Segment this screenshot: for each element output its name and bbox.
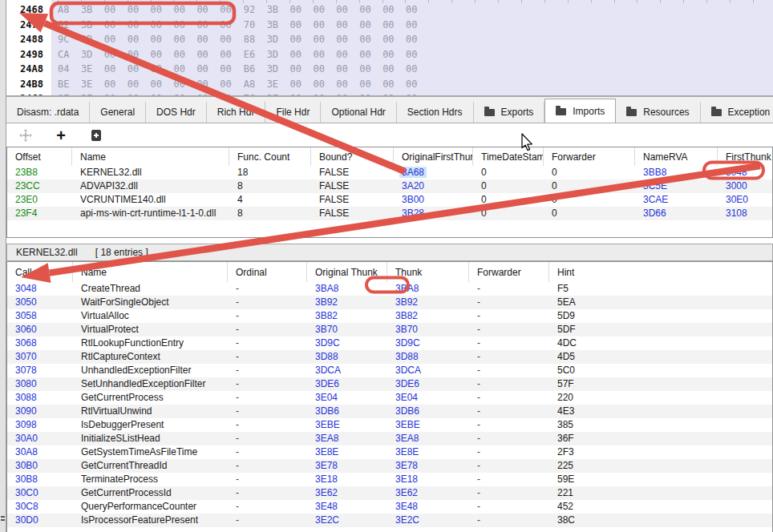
tab-optional-hdr[interactable]: Optional Hdr xyxy=(321,102,396,123)
tab-resources[interactable]: Resources xyxy=(616,102,700,123)
table-row[interactable]: 3098IsDebuggerPresent-3EBE3EBE-385 xyxy=(7,418,772,432)
thunk: 3B70 xyxy=(387,323,469,337)
tab-section-hdrs[interactable]: Section Hdrs xyxy=(397,102,474,123)
table-row[interactable]: 23B8KERNEL32.dll18FALSE3A68003BB83048 xyxy=(7,166,772,179)
hex-address: 2478 xyxy=(6,18,51,33)
imports-table-header: OffsetNameFunc. CountBound?OriginalFirst… xyxy=(7,147,772,166)
table-row[interactable]: 30C8QueryPerformanceCounter-3E483E48-452 xyxy=(7,500,772,514)
table-row[interactable]: 3060VirtualProtect-3B703B70-5DF xyxy=(7,323,772,337)
ordinal: - xyxy=(228,282,307,296)
table-row[interactable]: 30D0IsProcessorFeaturePresent-3E2C3E2C-3… xyxy=(7,514,772,527)
tab-exports[interactable]: Exports xyxy=(474,102,545,123)
thunk: 3BA8 xyxy=(387,282,469,296)
table-row[interactable]: 23F4api-ms-win-crt-runtime-l1-1-0.dll8FA… xyxy=(7,207,772,220)
tab-imports[interactable]: Imports xyxy=(544,99,616,123)
name: VCRUNTIME140.dll xyxy=(72,193,229,207)
call_via: 30B8 xyxy=(7,473,73,486)
tab-general[interactable]: General xyxy=(90,102,146,123)
ordinal: - xyxy=(228,296,307,309)
hex-row[interactable]: 24889C 3D 00 00 00 00 00 0088 3D 00 00 0… xyxy=(6,32,773,47)
name: IsProcessorFeaturePresent xyxy=(73,514,228,527)
func_count: 4 xyxy=(229,193,311,207)
move-icon[interactable] xyxy=(18,127,34,143)
name: InitializeSListHead xyxy=(73,432,228,445)
table-row[interactable]: 3078UnhandledExceptionFilter-3DCA3DCA-5C… xyxy=(7,364,772,377)
table-row[interactable]: 30B8TerminateProcess-3E183E18-59E xyxy=(7,473,772,486)
tab-rich-hdr[interactable]: Rich Hdr xyxy=(207,102,266,123)
original_thunk: 3E8E xyxy=(307,445,387,459)
column-header-name_rva: NameRVA xyxy=(635,147,718,166)
name: QueryPerformanceCounter xyxy=(73,500,228,514)
name_rva: 3D66 xyxy=(635,207,718,220)
main-content: 2468A8 3B 00 00 00 00 00 0092 3B 00 00 0… xyxy=(6,0,773,532)
hint: 38C xyxy=(549,514,772,527)
ordinal: - xyxy=(228,418,307,432)
table-row[interactable]: 30A8GetSystemTimeAsFileTime-3E8E3E8E-2F3 xyxy=(7,445,772,459)
table-row[interactable]: 30C0GetCurrentProcessId-3E623E62-221 xyxy=(7,486,772,500)
column-header-bound: Bound? xyxy=(311,147,394,166)
table-row[interactable]: 3050WaitForSingleObject-3B923B92-5EA xyxy=(7,296,772,309)
imports-table: OffsetNameFunc. CountBound?OriginalFirst… xyxy=(6,147,773,238)
call_via: 30D0 xyxy=(7,514,73,527)
tab-label: Optional Hdr xyxy=(331,107,385,118)
tab-disasm-rdata[interactable]: Disasm: .rdata xyxy=(6,102,90,123)
folder-icon xyxy=(556,108,566,115)
table-row[interactable]: 3088GetCurrentProcess-3E043E04-220 xyxy=(7,391,772,405)
imports-table-body: 23B8KERNEL32.dll18FALSE3A68003BB8304823C… xyxy=(7,166,772,220)
add-entry-icon[interactable] xyxy=(88,127,104,143)
add-icon[interactable]: + xyxy=(53,127,69,143)
functions-table-header: Call viaNameOrdinalOriginal ThunkThunkFo… xyxy=(7,262,772,282)
name: IsDebuggerPresent xyxy=(73,418,228,432)
table-row[interactable]: 3070RtlCaptureContext-3D883D88-4D5 xyxy=(7,350,772,364)
column-header-original_thunk: Original Thunk xyxy=(307,262,387,282)
table-row[interactable]: 23CCADVAPI32.dll8FALSE3A20003C5E3000 xyxy=(7,179,772,193)
forwarder: - xyxy=(469,323,549,337)
thunk: 3E04 xyxy=(387,391,469,405)
tab-dos-hdr[interactable]: DOS Hdr xyxy=(146,102,207,123)
splitter-grip-icon[interactable] xyxy=(1,516,5,521)
thunk: 3E18 xyxy=(387,473,469,486)
forwarder: - xyxy=(469,405,549,418)
table-row[interactable]: 30B0GetCurrentThreadId-3E783E78-225 xyxy=(7,459,772,473)
forwarder: - xyxy=(469,459,549,473)
dll-entry-count: [ 18 entries ] xyxy=(95,247,148,258)
table-row[interactable]: 3048CreateThread-3BA83BA8-F5 xyxy=(7,282,772,296)
call_via: 30C0 xyxy=(7,486,73,500)
hex-row[interactable]: 2498CA 3D 00 00 00 00 00 00E6 3D 00 00 0… xyxy=(6,47,773,62)
table-row[interactable]: 3090RtlVirtualUnwind-3DB63DB6-4E3 xyxy=(7,405,772,418)
original_thunk: 3E48 xyxy=(307,500,387,514)
table-row[interactable]: 23E0VCRUNTIME140.dll4FALSE3B00003CAE30E0 xyxy=(7,193,772,207)
table-row[interactable]: 3058VirtualAlloc-3B823B82-5D9 xyxy=(7,309,772,323)
forwarder: - xyxy=(469,418,549,432)
name: WaitForSingleObject xyxy=(73,296,228,309)
tab-exception[interactable]: Exception xyxy=(701,102,773,123)
hex-row[interactable]: 24A804 3E 00 00 00 00 00 00B6 3D 00 00 0… xyxy=(6,62,773,77)
hex-address: 2468 xyxy=(6,2,51,18)
original_thunk: 3DE6 xyxy=(307,377,387,391)
hex-row[interactable]: 24B8BE 3E 00 00 00 00 00 00A8 3E 00 00 0… xyxy=(6,77,773,92)
table-row[interactable]: 3080SetUnhandledExceptionFilter-3DE63DE6… xyxy=(7,377,772,391)
table-row[interactable]: 30A0InitializeSListHead-3EA83EA8-36F xyxy=(7,432,772,445)
hint: 59E xyxy=(549,473,772,486)
first_thunk: 3000 xyxy=(718,179,772,193)
hex-row[interactable]: 2468A8 3B 00 00 00 00 00 0092 3B 00 00 0… xyxy=(6,2,773,18)
column-header-name: Name xyxy=(72,147,229,166)
hex-view[interactable]: 2468A8 3B 00 00 00 00 00 0092 3B 00 00 0… xyxy=(6,0,773,97)
left-splitter[interactable] xyxy=(0,0,6,532)
tab-file-hdr[interactable]: File Hdr xyxy=(265,102,321,123)
name: UnhandledExceptionFilter xyxy=(73,364,228,377)
table-row[interactable]: 3068RtlLookupFunctionEntry-3D9C3D9C-4DC xyxy=(7,337,772,350)
original_first_thunk: 3A20 xyxy=(394,179,473,193)
name: CreateThread xyxy=(73,282,228,296)
forwarder: - xyxy=(469,445,549,459)
hex-row[interactable]: 24C80E 3F 00 00 00 00 00 007C 3F 00 00 0… xyxy=(6,91,773,97)
thunk: 3B92 xyxy=(387,296,469,309)
ordinal: - xyxy=(228,350,307,364)
hint: 5C0 xyxy=(549,364,772,377)
hint: F5 xyxy=(549,282,772,296)
func_count: 8 xyxy=(229,179,311,193)
hex-row[interactable]: 247882 3B 00 00 00 00 00 0070 3B 00 00 0… xyxy=(6,18,773,33)
ordinal: - xyxy=(228,514,307,527)
folder-icon xyxy=(711,109,722,116)
name: RtlLookupFunctionEntry xyxy=(73,337,228,350)
